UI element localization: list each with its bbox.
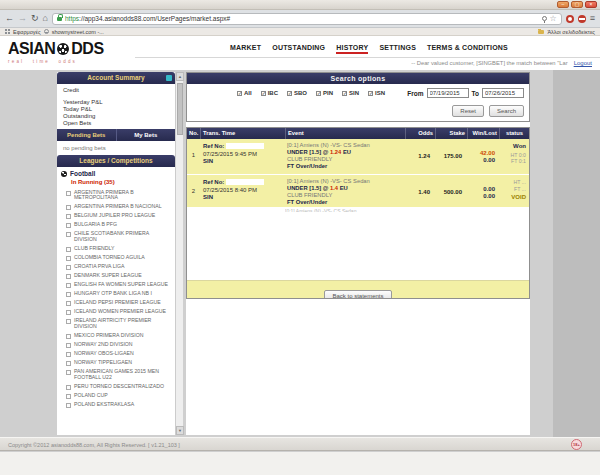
extension-icon[interactable] [566,15,574,23]
league-item[interactable]: NORWAY TIPPELIGAEN [57,359,175,368]
event-market: FT Over/Under [287,163,403,170]
scrollbar-thumb[interactable] [177,83,183,135]
collapse-icon[interactable] [166,75,172,81]
league-item[interactable]: NORWAY 2ND DIVISION [57,341,175,350]
league-item[interactable]: ARGENTINA PRIMERA B NACIONAL [57,203,175,212]
league-checkbox[interactable] [66,274,71,279]
league-item[interactable]: POLAND EKSTRAKLASA [57,401,175,410]
league-item[interactable]: BELGIUM JUPILER PRO LEAGUE [57,212,175,221]
back-to-statements-button[interactable]: Back to statements [324,290,391,299]
league-item[interactable]: CHILE SCOTIABANK PRIMERA DIVISION [57,230,175,245]
to-date-input[interactable] [482,88,524,98]
nav-item-history[interactable]: HISTORY [336,44,368,54]
checkbox-icon[interactable]: ✓ [316,91,321,96]
reset-button[interactable]: Reset [452,105,484,117]
filter-isn[interactable]: ✓ISN [368,90,385,96]
address-bar[interactable]: https://app34.asianodds88.com/UserPages/… [52,13,562,25]
league-label: POLAND CUP [74,393,108,399]
league-label: COLOMBIA TORNEO AGUILA [74,255,145,261]
league-checkbox[interactable] [66,283,71,288]
checkbox-icon[interactable]: ✓ [368,91,373,96]
scroll-up-icon[interactable]: ▲ [176,72,184,81]
league-checkbox[interactable] [66,205,71,210]
league-checkbox[interactable] [66,394,71,399]
nav-item-market[interactable]: MARKET [230,44,261,54]
key-icon[interactable] [542,16,547,21]
league-item[interactable]: POLAND CUP [57,392,175,401]
league-checkbox[interactable] [66,223,71,228]
league-checkbox[interactable] [66,343,71,348]
bookmark-star-icon[interactable]: ☆ [550,15,557,23]
maximize-button[interactable]: ▢ [571,1,583,8]
league-item[interactable]: PERU TORNEO DESCENTRALIZADO [57,383,175,392]
league-item[interactable]: HUNGARY OTP BANK LIGA NB I [57,290,175,299]
in-running-count[interactable]: In Running (35) [71,179,171,185]
tab-my-bets[interactable]: My Bets [117,129,176,141]
checkbox-icon[interactable]: ✓ [342,91,347,96]
league-checkbox[interactable] [66,334,71,339]
sport-football[interactable]: Football [61,170,171,177]
apps-grid-icon[interactable] [5,29,10,34]
filter-sin[interactable]: ✓SIN [342,90,359,96]
sidebar-scrollbar[interactable]: ▲ ▼ [175,72,183,435]
league-checkbox[interactable] [66,247,71,252]
league-checkbox[interactable] [66,310,71,315]
league-item[interactable]: ENGLISH FA WOMEN SUPER LEAGUE [57,281,175,290]
bookmark-apps[interactable]: Εφαρμογές [13,29,41,35]
league-checkbox[interactable] [66,361,71,366]
nav-item-outstanding[interactable]: OUTSTANDING [272,44,325,54]
league-item[interactable]: ICELAND WOMEN PREMIER LEAGUE [57,308,175,317]
league-checkbox[interactable] [66,352,71,357]
league-checkbox[interactable] [66,232,71,237]
league-checkbox[interactable] [66,265,71,270]
league-item[interactable]: CROATIA PRVA LIGA [57,263,175,272]
no-pending-text: no pending bets [57,141,175,155]
league-checkbox[interactable] [66,403,71,408]
league-item[interactable]: MEXICO PRIMERA DIVISION [57,332,175,341]
league-item[interactable]: DENMARK SUPER LEAGUE [57,272,175,281]
filter-ibc[interactable]: ✓IBC [261,90,278,96]
filter-pin[interactable]: ✓PIN [316,90,333,96]
filter-all[interactable]: ✓All [237,90,252,96]
scroll-down-icon[interactable]: ▼ [176,426,184,435]
home-icon[interactable]: ⌂ [43,14,48,23]
refresh-icon[interactable]: ↻ [31,14,39,23]
nav-item-settings[interactable]: SETTINGS [379,44,416,54]
league-checkbox[interactable] [66,319,71,324]
league-item[interactable]: COLOMBIA TORNEO AGUILA [57,254,175,263]
close-button[interactable]: × [585,1,597,8]
bookmark-site[interactable]: shownystreet.com -... [52,29,104,35]
nav-item-terms-conditions[interactable]: TERMS & CONDITIONS [427,44,508,54]
from-date-input[interactable] [427,88,469,98]
forward-icon[interactable]: → [18,14,27,23]
league-item[interactable]: ICELAND PEPSI PREMIER LEAGUE [57,299,175,308]
site-logo[interactable]: ASIAN DDS real time odds [8,40,104,64]
checkbox-icon[interactable]: ✓ [261,91,266,96]
league-checkbox[interactable] [66,370,71,375]
league-item[interactable]: BULGARIA B PFG [57,221,175,230]
league-label: CHILE SCOTIABANK PRIMERA DIVISION [74,231,173,243]
league-item[interactable]: CLUB FRIENDLY [57,245,175,254]
league-checkbox[interactable] [66,191,71,196]
other-bookmarks[interactable]: Άλλοι σελιδοδείκτες [547,29,595,35]
checkbox-icon[interactable]: ✓ [237,91,242,96]
back-icon[interactable]: ← [5,14,14,23]
search-button[interactable]: Search [489,105,524,117]
checkbox-icon[interactable]: ✓ [287,91,292,96]
league-checkbox[interactable] [66,214,71,219]
league-item[interactable]: PAN AMERICAN GAMES 2015 MEN FOOTBALL U22 [57,368,175,383]
league-checkbox[interactable] [66,301,71,306]
minimize-button[interactable]: – [557,1,569,8]
url-text[interactable]: https://app34.asianodds88.com/UserPages/… [65,15,230,22]
tab-pending-bets[interactable]: Pending Bets [57,129,117,141]
filter-sbo[interactable]: ✓SBO [287,90,307,96]
league-item[interactable]: IRELAND AIRTRICITY PREMIER DIVISION [57,317,175,332]
league-checkbox[interactable] [66,256,71,261]
league-item[interactable]: ARGENTINA PRIMERA B METROPOLITANA [57,188,175,203]
league-checkbox[interactable] [66,292,71,297]
browser-menu-icon[interactable]: ≡ [590,14,595,23]
league-checkbox[interactable] [66,385,71,390]
adblock-icon[interactable] [578,15,586,23]
league-item[interactable]: NORWAY OBOS-LIGAEN [57,350,175,359]
logout-link[interactable]: Logout [574,60,592,66]
